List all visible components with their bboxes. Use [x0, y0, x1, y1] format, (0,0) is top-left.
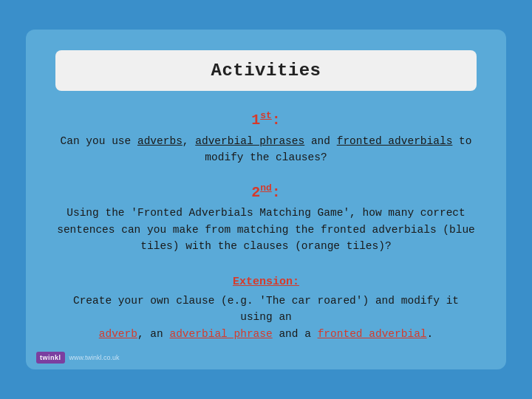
- page-title: Activities: [211, 61, 321, 81]
- activity-2-suffix: nd: [260, 183, 272, 194]
- activity-1-text: Can you use adverbs, adverbial phrases a…: [55, 133, 477, 166]
- extension-text: Create your own clause (e.g. 'The car ro…: [55, 293, 477, 342]
- fronted-adverbials-word-1: fronted adverbials: [337, 135, 453, 147]
- extension-heading: Extension:: [55, 276, 477, 288]
- activity-1-heading: 1st:: [55, 110, 477, 129]
- adverb-ext-word: adverb: [99, 328, 137, 340]
- fronted-adverbial-ext-word: fronted adverbial: [318, 328, 427, 340]
- activity-2-punctuation: :: [272, 183, 281, 200]
- activity-1-punctuation: :: [272, 112, 281, 129]
- activity-1-block: 1st: Can you use adverbs, adverbial phra…: [55, 110, 477, 166]
- main-card: Activities 1st: Can you use adverbs, adv…: [26, 30, 506, 369]
- activity-2-text: Using the 'Fronted Adverbials Matching G…: [55, 205, 477, 254]
- adverbs-word: adverbs: [137, 135, 183, 147]
- twinkl-logo: twinkl: [36, 352, 65, 364]
- adverbial-phrase-ext-word: adverbial phrase: [169, 328, 272, 340]
- footer: twinkl www.twinkl.co.uk: [36, 352, 120, 364]
- activity-2-number: 2: [251, 183, 260, 200]
- adverbial-phrases-word: adverbial phrases: [195, 135, 304, 147]
- extension-block: Extension: Create your own clause (e.g. …: [55, 276, 477, 342]
- activity-1-suffix: st: [260, 110, 272, 121]
- title-box: Activities: [55, 50, 477, 91]
- footer-url: www.twinkl.co.uk: [69, 354, 120, 361]
- activity-2-block: 2nd: Using the 'Fronted Adverbials Match…: [55, 183, 477, 255]
- activity-2-heading: 2nd:: [55, 183, 477, 201]
- activity-1-number: 1: [251, 112, 260, 129]
- content-area: 1st: Can you use adverbs, adverbial phra…: [55, 110, 477, 342]
- extension-line1: Create your own clause (e.g. 'The car ro…: [73, 295, 459, 323]
